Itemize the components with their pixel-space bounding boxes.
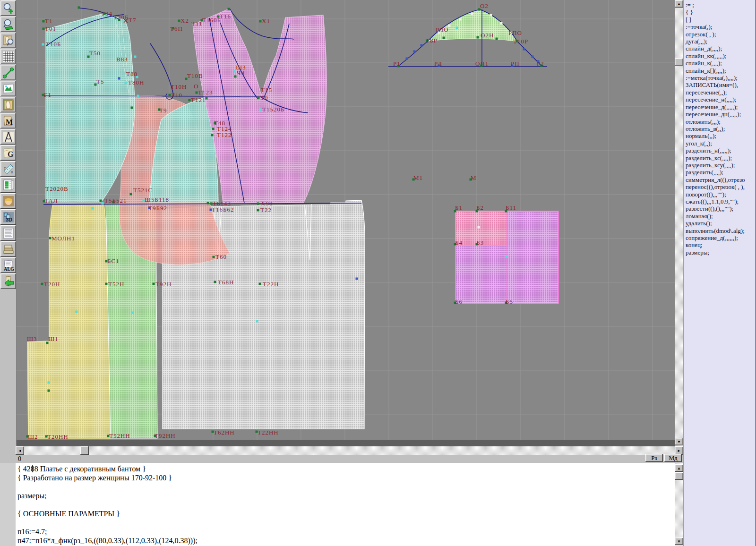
size-table-button[interactable] xyxy=(0,177,16,193)
point-marker[interactable] xyxy=(105,283,108,285)
command-item[interactable]: сжать((),,,1.1,0.9,""); xyxy=(684,198,756,205)
point-marker[interactable] xyxy=(259,20,262,23)
command-item[interactable]: дуга(,,,); xyxy=(684,38,756,45)
point-marker[interactable] xyxy=(459,18,462,21)
pattern-frame-button[interactable] xyxy=(0,97,16,112)
point-marker[interactable] xyxy=(130,193,132,196)
command-item[interactable]: :=метка(точка(,),,,,); xyxy=(684,74,756,81)
inspect-pattern-button[interactable] xyxy=(0,33,16,48)
map-g-button[interactable]: G xyxy=(0,145,16,161)
books-button[interactable] xyxy=(0,241,16,257)
point-marker[interactable] xyxy=(443,37,445,39)
ruler-button[interactable]: 78 xyxy=(0,161,16,177)
grid-button[interactable] xyxy=(0,49,16,64)
point-marker[interactable] xyxy=(478,226,480,229)
point-marker[interactable] xyxy=(477,36,479,39)
point-marker[interactable] xyxy=(234,76,237,78)
command-item[interactable]: сплайн_кк(,,,,,); xyxy=(684,52,756,60)
command-item[interactable]: разделить_кс(,,,,); xyxy=(684,154,756,162)
command-item[interactable]: пересечение_н(,,,,); xyxy=(684,96,756,103)
zoom-in-button[interactable] xyxy=(0,0,16,16)
command-item[interactable]: сплайн_к[](,,,,); xyxy=(684,67,756,74)
point-marker[interactable] xyxy=(153,283,155,285)
point-marker[interactable] xyxy=(258,97,260,99)
command-item[interactable]: сплайн_к(,,,,); xyxy=(684,60,756,67)
command-item[interactable]: пересечение(,,); xyxy=(684,89,756,96)
command-item[interactable]: разделить_ксу(,,,,); xyxy=(684,162,756,169)
canvas-hscrollbar[interactable]: ◄ ► xyxy=(16,446,683,455)
point-marker[interactable] xyxy=(228,8,230,10)
pattern-m-button[interactable]: M xyxy=(0,113,16,128)
point-marker[interactable] xyxy=(196,92,198,94)
editor-vscroll-thumb[interactable] xyxy=(675,472,683,480)
view-3d-button[interactable]: 3D xyxy=(0,209,16,225)
canvas-vscrollbar[interactable]: ▲ ▼ xyxy=(675,0,683,446)
import-doc-button[interactable] xyxy=(0,273,16,289)
point-marker[interactable] xyxy=(496,38,498,40)
command-item[interactable]: { } xyxy=(684,9,756,16)
point-marker[interactable] xyxy=(48,390,50,392)
command-item[interactable]: :=точка(,); xyxy=(684,23,756,30)
point-marker[interactable] xyxy=(214,281,216,283)
point-marker[interactable] xyxy=(421,44,423,47)
point-marker[interactable] xyxy=(406,58,408,60)
point-marker[interactable] xyxy=(207,202,209,205)
point-marker[interactable] xyxy=(532,56,534,58)
point-marker[interactable] xyxy=(490,14,492,17)
command-item[interactable]: отложить(,,,); xyxy=(684,118,756,125)
point-marker[interactable] xyxy=(259,109,262,111)
point-marker[interactable] xyxy=(48,382,50,384)
point-marker[interactable] xyxy=(256,320,258,323)
point-marker[interactable] xyxy=(49,237,52,239)
point-marker[interactable] xyxy=(76,311,78,313)
scroll-down-button[interactable]: ▼ xyxy=(675,537,683,545)
command-item[interactable]: симметрия_л((),отрезо xyxy=(684,176,756,183)
point-marker[interactable] xyxy=(213,256,215,258)
point-marker[interactable] xyxy=(92,207,94,210)
command-item[interactable]: сопряжение_д(,,,,,,); xyxy=(684,234,756,241)
command-item[interactable]: выполнить(dmod\.alg); xyxy=(684,227,756,234)
command-item[interactable]: нормаль(,,); xyxy=(684,132,756,139)
command-item[interactable]: поворот((),,,""); xyxy=(684,191,756,198)
scroll-up-button[interactable]: ▲ xyxy=(675,0,683,8)
hscroll-thumb[interactable] xyxy=(80,446,89,455)
command-item[interactable]: ЗАПИСАТЬ(имя=(), xyxy=(684,81,756,88)
command-item[interactable]: удалить(); xyxy=(684,220,756,227)
scroll-up-button[interactable]: ▲ xyxy=(675,464,683,472)
point-marker[interactable] xyxy=(43,28,45,30)
command-item[interactable]: отложить_в(,,); xyxy=(684,125,756,132)
command-item[interactable]: конец; xyxy=(684,241,756,248)
point-marker[interactable] xyxy=(102,202,104,205)
command-item[interactable]: := ; xyxy=(684,1,756,9)
model-photo-button[interactable] xyxy=(0,193,16,209)
point-marker[interactable] xyxy=(257,203,259,205)
point-marker[interactable] xyxy=(134,56,137,58)
point-marker[interactable] xyxy=(78,7,80,9)
point-marker[interactable] xyxy=(212,128,215,130)
point-marker[interactable] xyxy=(42,43,44,46)
command-item[interactable]: разделить_н(,,,,,); xyxy=(684,147,756,154)
point-marker[interactable] xyxy=(178,20,180,22)
point-marker[interactable] xyxy=(125,82,127,84)
point-marker[interactable] xyxy=(189,99,191,102)
point-marker[interactable] xyxy=(211,134,214,136)
point-marker[interactable] xyxy=(131,107,133,109)
command-item[interactable]: отрезок( , ); xyxy=(684,31,756,38)
zoom-out-button[interactable] xyxy=(0,17,16,32)
point-marker[interactable] xyxy=(500,22,503,25)
point-marker[interactable] xyxy=(118,77,120,80)
point-marker[interactable] xyxy=(506,256,508,258)
command-item[interactable]: [ ] xyxy=(684,16,756,23)
point-marker[interactable] xyxy=(41,283,43,285)
command-item[interactable]: размеры; xyxy=(684,249,756,256)
command-item[interactable]: ломаная(); xyxy=(684,213,756,220)
point-marker[interactable] xyxy=(413,51,416,53)
point-marker[interactable] xyxy=(356,278,358,280)
command-item[interactable]: пересечение_дн(,,,,,); xyxy=(684,111,756,118)
point-marker[interactable] xyxy=(471,13,473,15)
command-item[interactable]: сплайн_д(,,,,); xyxy=(684,45,756,52)
point-marker[interactable] xyxy=(257,209,259,212)
vscroll-thumb[interactable] xyxy=(675,58,683,66)
editor-text[interactable]: { 4288 Платье с декоративным бантом }{ Р… xyxy=(17,464,198,545)
point-marker[interactable] xyxy=(169,94,171,96)
